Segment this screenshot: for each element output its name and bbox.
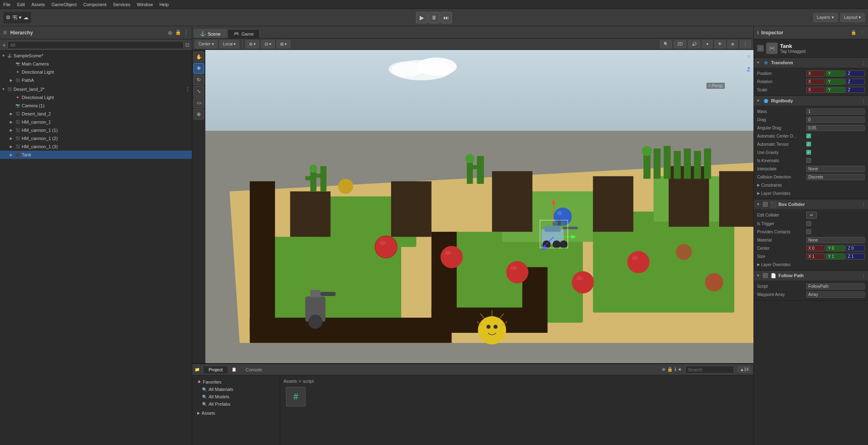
transform-more[interactable]: ⋮ xyxy=(861,61,866,65)
provides-contacts-checkbox[interactable] xyxy=(806,229,811,234)
tree-item-tank[interactable]: ▶ ⬛ Tank xyxy=(0,151,192,159)
menu-edit[interactable]: Edit xyxy=(17,2,25,7)
bottom-icon-star[interactable]: ★ xyxy=(678,367,682,372)
drag-value[interactable]: 0 xyxy=(806,117,865,123)
waypoint-value[interactable]: Array xyxy=(806,291,865,298)
step-button[interactable]: ⏭ xyxy=(441,12,452,23)
follow-path-header[interactable]: ▼ ✓ 📄 Follow Path ⋮ xyxy=(754,271,868,280)
tool-rotate[interactable]: ↻ xyxy=(193,75,204,85)
audio-btn[interactable]: 🔊 xyxy=(688,40,700,48)
tool-hand[interactable]: ✋ xyxy=(193,52,204,62)
box-collider-header[interactable]: ▼ ✓ ⬛ Box Collider ⋮ xyxy=(754,199,868,209)
breadcrumb-script[interactable]: script xyxy=(303,379,313,384)
tree-arrow-hm4[interactable]: ▶ xyxy=(10,145,14,149)
constraints-expand[interactable]: ▶ xyxy=(757,183,760,187)
tree-arrow-dl2obj[interactable]: ▶ xyxy=(10,112,14,116)
menu-assets[interactable]: Assets xyxy=(31,2,45,7)
tree-item-hm2[interactable]: ▶ ⬛ HM_cannon_1 (1) xyxy=(0,126,192,134)
nav-all-materials[interactable]: 🔍 All Materials xyxy=(192,386,280,393)
nav-favorites[interactable]: ★ Favorites xyxy=(192,378,280,386)
effects-btn[interactable]: ✦ xyxy=(702,40,713,48)
2d-toggle[interactable]: 2D xyxy=(674,40,686,48)
transform-header[interactable]: ▼ ⊕ Transform ⋮ xyxy=(754,58,868,68)
tab-project[interactable]: Project xyxy=(204,366,227,373)
tree-arrow-samplescene[interactable]: ▼ xyxy=(2,54,6,58)
more-btn[interactable]: ⋮ xyxy=(740,40,751,48)
rigidbody-header[interactable]: ▼ ⬟ Rigidbody ⋮ xyxy=(754,96,868,106)
layer-overrides-expand[interactable]: ▶ xyxy=(757,191,760,195)
tree-item-hm3[interactable]: ▶ ⬛ HM_cannon_1 (2) xyxy=(0,134,192,142)
layers-dropdown[interactable]: Layers ▾ xyxy=(813,13,838,22)
collab-icon[interactable]: ☁ xyxy=(23,14,29,20)
project-search-input[interactable] xyxy=(685,366,734,374)
tool-move[interactable]: ✥ xyxy=(193,63,204,74)
material-value[interactable]: None xyxy=(806,237,865,243)
rotation-z[interactable]: Z xyxy=(846,79,865,85)
snap-btn[interactable]: ⊟ ▾ xyxy=(261,40,275,48)
pause-button[interactable]: ⏸ xyxy=(428,12,440,23)
rotation-y[interactable]: Y xyxy=(826,79,845,85)
gizmos-btn[interactable]: ⊕ xyxy=(727,40,738,48)
tab-scene[interactable]: ⚓ Scene xyxy=(194,29,227,38)
position-y[interactable]: Y xyxy=(826,70,845,77)
tree-item-maincamera[interactable]: ▶ 📷 Main Camera xyxy=(0,60,192,68)
tree-item-dl2obj[interactable]: ▶ ⬛ Desert_land_2 xyxy=(0,110,192,118)
hierarchy-more-btn[interactable]: ⋮ xyxy=(184,29,189,36)
mass-value[interactable]: 1 xyxy=(806,108,865,115)
interpolate-value[interactable]: None xyxy=(806,166,865,172)
menu-services[interactable]: Services xyxy=(113,2,130,7)
grid-btn[interactable]: ⊞ ▾ xyxy=(245,40,259,48)
collision-value[interactable]: Discrete xyxy=(806,174,865,180)
bottom-icon-add[interactable]: ⊕ xyxy=(662,367,666,372)
play-button[interactable]: ▶ xyxy=(416,12,427,23)
center-y[interactable]: Y 0 xyxy=(826,245,845,251)
box-collider-more[interactable]: ⋮ xyxy=(861,202,866,207)
breadcrumb-assets[interactable]: Assets xyxy=(283,379,297,384)
tree-item-samplescene[interactable]: ▼ ⚓ SampleScene* xyxy=(0,52,192,60)
tree-item-hm4[interactable]: ▶ ⬛ HM_cannon_1 (3) xyxy=(0,142,192,151)
nav-all-models[interactable]: 🔍 All Models xyxy=(192,393,280,400)
layout-dropdown[interactable]: Layout ▾ xyxy=(840,13,865,22)
scale-x[interactable]: X xyxy=(806,87,825,93)
size-z[interactable]: Z 1 xyxy=(846,253,865,260)
tree-item-camera1[interactable]: ▶ 📷 Camera (1) xyxy=(0,102,192,110)
follow-path-enable[interactable]: ✓ xyxy=(763,273,768,278)
hierarchy-lock-btn[interactable]: 🔒 xyxy=(175,29,181,36)
tree-more-desertland[interactable]: ⋮ xyxy=(185,86,190,92)
tree-arrow-hm2[interactable]: ▶ xyxy=(10,128,14,132)
edit-collider-btn[interactable]: ✏ xyxy=(806,212,817,219)
tab-game[interactable]: 🎮 Game xyxy=(227,29,260,38)
box-collider-enable[interactable]: ✓ xyxy=(763,202,768,207)
filter-icon[interactable]: ⊡ xyxy=(185,42,189,48)
file-item-script[interactable]: # xyxy=(283,387,308,407)
angular-drag-value[interactable]: 0.05 xyxy=(806,125,865,131)
size-x[interactable]: X 1 xyxy=(806,253,825,260)
center-z[interactable]: Z 0 xyxy=(846,245,865,251)
menu-gameobject[interactable]: GameObject xyxy=(52,2,77,7)
tool-scale[interactable]: ⤡ xyxy=(193,86,204,97)
center-pivot-btn[interactable]: Center ▾ xyxy=(195,40,218,48)
scene-content[interactable]: ✋ ✥ ↻ ⤡ ▭ ⊕ xyxy=(192,50,753,363)
tree-item-directionallight1[interactable]: ▶ ☀ Directional Light xyxy=(0,68,192,76)
tree-item-hm1[interactable]: ▶ ⬛ HM_cannon_1 xyxy=(0,118,192,126)
tree-arrow-hm3[interactable]: ▶ xyxy=(10,136,14,140)
use-gravity-checkbox[interactable]: ✓ xyxy=(806,150,811,155)
auto-tensor-checkbox[interactable]: ✓ xyxy=(806,142,811,147)
menu-file[interactable]: File xyxy=(3,2,11,7)
persp-label[interactable]: < Persp xyxy=(706,83,725,89)
tree-item-dl2[interactable]: ▶ ☀ Directional Light xyxy=(0,93,192,102)
position-x[interactable]: X xyxy=(806,70,825,77)
follow-path-more[interactable]: ⋮ xyxy=(861,273,866,278)
tool-rect[interactable]: ▭ xyxy=(193,97,204,108)
nav-all-prefabs[interactable]: 🔍 All Prefabs xyxy=(192,400,280,408)
position-z[interactable]: Z xyxy=(846,70,865,77)
tree-item-patha[interactable]: ▶ ⬛ PathA xyxy=(0,76,192,84)
is-kinematic-checkbox[interactable] xyxy=(806,158,811,163)
hierarchy-add-small[interactable]: + xyxy=(2,42,6,48)
hierarchy-add-btn[interactable]: ⊕ xyxy=(168,29,173,36)
menu-help[interactable]: Help xyxy=(160,2,169,7)
tab-console[interactable]: Console xyxy=(241,366,267,373)
inspector-lock-btn[interactable]: 🔒 xyxy=(851,30,857,35)
size-y[interactable]: Y 1 xyxy=(826,253,845,260)
tree-arrow-hm1[interactable]: ▶ xyxy=(10,120,14,124)
